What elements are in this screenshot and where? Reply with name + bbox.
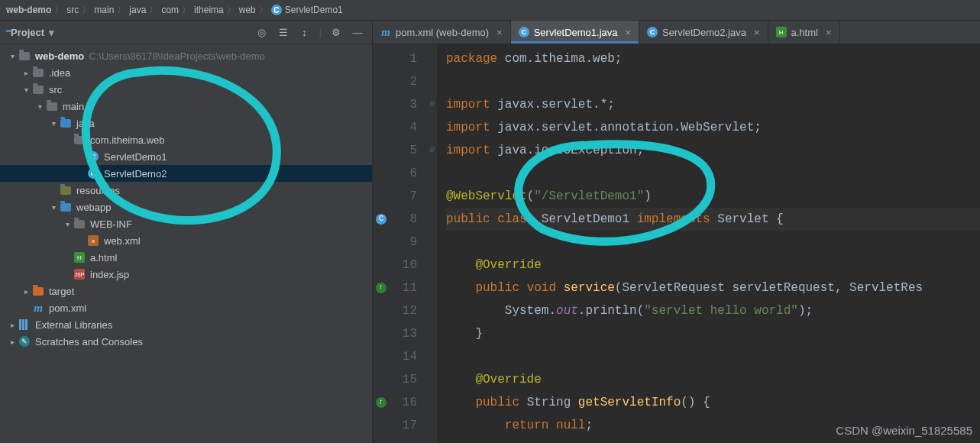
- code-line[interactable]: return null;: [446, 414, 980, 437]
- tree-arrow-icon[interactable]: ▸: [6, 321, 18, 329]
- tree-idea[interactable]: ▸.idea: [0, 64, 372, 81]
- tree-webxml[interactable]: xweb.xml: [0, 232, 372, 249]
- tree-scratches[interactable]: ▸✎Scratches and Consoles: [0, 333, 372, 350]
- fold-toggle[interactable]: [426, 162, 437, 185]
- gutter-override-icon[interactable]: ↑: [376, 283, 387, 293]
- breadcrumb-item[interactable]: itheima: [194, 5, 224, 15]
- hide-icon[interactable]: —: [349, 24, 366, 40]
- line-number[interactable]: 9: [373, 231, 417, 254]
- code-body[interactable]: package com.itheima.web; import javax.se…: [437, 44, 980, 443]
- breadcrumb-item[interactable]: java: [129, 5, 146, 15]
- tree-root[interactable]: ▾web-demoC:\Users\86178\IdeaProjects\web…: [0, 47, 372, 64]
- fold-toggle[interactable]: ⊟: [426, 93, 437, 116]
- tree-arrow-icon[interactable]: ▾: [61, 220, 73, 228]
- sort-icon[interactable]: ☰: [275, 24, 292, 40]
- expand-all-icon[interactable]: ↕: [296, 24, 313, 40]
- line-number[interactable]: 5: [373, 139, 417, 162]
- fold-toggle[interactable]: [426, 345, 437, 368]
- line-number[interactable]: 15: [373, 368, 417, 391]
- editor-tab[interactable]: Ha.html×: [768, 21, 840, 44]
- breadcrumb-item[interactable]: src: [66, 5, 79, 15]
- gear-icon[interactable]: ⚙: [328, 24, 344, 40]
- editor-tab[interactable]: CServletDemo2.java×: [639, 21, 768, 44]
- fold-toggle[interactable]: [426, 254, 437, 276]
- tree-webinf[interactable]: ▾WEB-INF: [0, 215, 372, 232]
- code-line[interactable]: }: [446, 322, 980, 345]
- breadcrumb-item[interactable]: web-demo: [6, 5, 51, 15]
- tree-arrow-icon[interactable]: ▸: [20, 287, 32, 296]
- tree-servletdemo2[interactable]: CServletDemo2: [0, 165, 372, 182]
- code-line[interactable]: @Override: [446, 254, 980, 276]
- fold-toggle[interactable]: [426, 322, 437, 345]
- line-number[interactable]: 7: [373, 185, 417, 208]
- fold-toggle[interactable]: [426, 299, 437, 322]
- code-line[interactable]: import java.io.IOException;: [446, 139, 980, 162]
- line-number[interactable]: 14: [373, 345, 417, 368]
- close-icon[interactable]: ×: [754, 27, 760, 38]
- locate-icon[interactable]: ◎: [254, 24, 270, 40]
- fold-bar[interactable]: ⊟⊟: [426, 44, 437, 443]
- breadcrumb-item[interactable]: com: [161, 5, 179, 15]
- editor-tab[interactable]: CServletDemo1.java×: [511, 21, 639, 44]
- code-editor[interactable]: 12345678C91011↑1213141516↑17 ⊟⊟ package …: [373, 44, 980, 443]
- close-icon[interactable]: ×: [496, 27, 503, 38]
- close-icon[interactable]: ×: [626, 27, 632, 38]
- code-line[interactable]: @WebServlet("/ServletDemo1"): [446, 185, 980, 208]
- tree-java[interactable]: ▾java: [0, 115, 372, 131]
- fold-toggle[interactable]: [426, 47, 437, 70]
- fold-toggle[interactable]: [426, 368, 437, 391]
- code-line[interactable]: [446, 70, 980, 93]
- tree-arrow-icon[interactable]: ▾: [34, 102, 46, 111]
- fold-toggle[interactable]: [426, 185, 437, 208]
- code-line[interactable]: [446, 162, 980, 185]
- line-number[interactable]: 10: [373, 254, 417, 276]
- tree-arrow-icon[interactable]: ▸: [20, 69, 32, 77]
- tree-arrow-icon[interactable]: ▾: [6, 52, 18, 60]
- fold-toggle[interactable]: ⊟: [426, 139, 437, 162]
- fold-toggle[interactable]: [426, 116, 437, 139]
- code-line[interactable]: public void service(ServletRequest servl…: [446, 276, 980, 299]
- tree-src[interactable]: ▾src: [0, 81, 372, 98]
- line-number[interactable]: 6: [373, 162, 417, 185]
- tree-servletdemo1[interactable]: CServletDemo1: [0, 148, 372, 165]
- breadcrumb-item[interactable]: web: [239, 5, 256, 15]
- tree-arrow-icon[interactable]: ▸: [6, 338, 18, 346]
- chevron-down-icon[interactable]: ▾: [49, 27, 54, 38]
- line-number[interactable]: 13: [373, 322, 417, 345]
- tree-ahtml[interactable]: Ha.html: [0, 249, 372, 266]
- code-line[interactable]: package com.itheima.web;: [446, 47, 980, 70]
- editor-tab[interactable]: mpom.xml (web-demo)×: [373, 21, 511, 44]
- line-number[interactable]: 12: [373, 299, 417, 322]
- line-number[interactable]: 4: [373, 116, 417, 139]
- code-line[interactable]: [446, 345, 980, 368]
- code-line[interactable]: public class ServletDemo1 implements Ser…: [446, 208, 980, 231]
- fold-toggle[interactable]: [426, 208, 437, 231]
- line-number[interactable]: 17: [373, 414, 417, 437]
- fold-toggle[interactable]: [426, 276, 437, 299]
- line-number[interactable]: 3: [373, 93, 417, 116]
- tree-main[interactable]: ▾main: [0, 98, 372, 115]
- code-line[interactable]: System.out.println("servlet hello world"…: [446, 299, 980, 322]
- breadcrumb-item[interactable]: CServletDemo1: [271, 5, 343, 15]
- code-line[interactable]: import javax.servlet.annotation.WebServl…: [446, 116, 980, 139]
- tree-webapp[interactable]: ▾webapp: [0, 199, 372, 215]
- fold-toggle[interactable]: [426, 70, 437, 93]
- tree-package[interactable]: com.itheima.web: [0, 131, 372, 148]
- project-tree[interactable]: ▾web-demoC:\Users\86178\IdeaProjects\web…: [0, 44, 372, 443]
- tree-arrow-icon[interactable]: ▾: [47, 203, 60, 212]
- tree-indexjsp[interactable]: JSPindex.jsp: [0, 266, 372, 283]
- gutter-class-icon[interactable]: C: [376, 214, 387, 225]
- fold-toggle[interactable]: [426, 414, 437, 437]
- tree-arrow-icon[interactable]: ▾: [47, 119, 60, 128]
- tree-arrow-icon[interactable]: ▾: [20, 86, 32, 94]
- tree-external-libraries[interactable]: ▸External Libraries: [0, 316, 372, 333]
- line-number[interactable]: 2: [373, 70, 417, 93]
- tree-resources[interactable]: resources: [0, 182, 372, 199]
- breadcrumb-item[interactable]: main: [94, 5, 114, 15]
- code-line[interactable]: public String getServletInfo() {: [446, 391, 980, 414]
- code-line[interactable]: @Override: [446, 368, 980, 391]
- close-icon[interactable]: ×: [826, 27, 832, 38]
- fold-toggle[interactable]: [426, 391, 437, 414]
- tree-pom[interactable]: mpom.xml: [0, 299, 372, 316]
- tree-target[interactable]: ▸target: [0, 283, 372, 299]
